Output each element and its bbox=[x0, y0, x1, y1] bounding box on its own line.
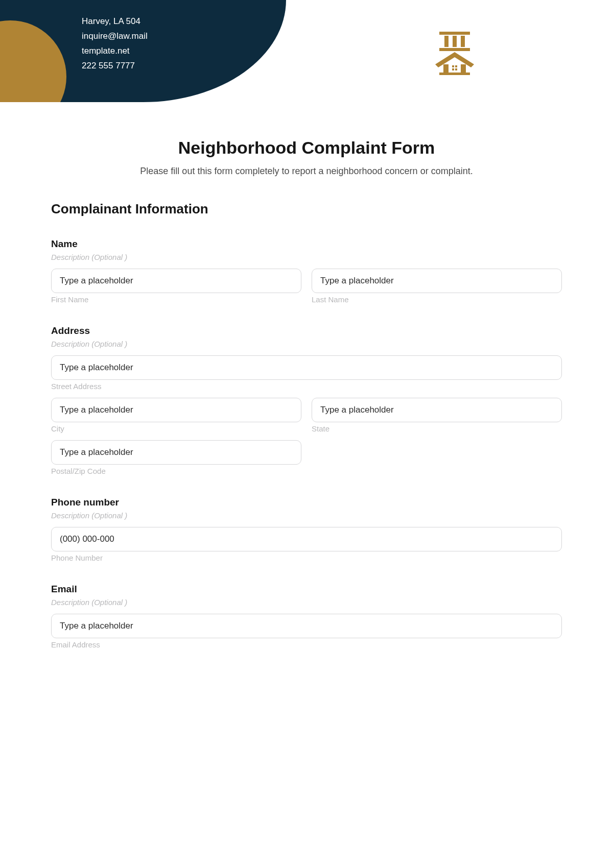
last-name-sublabel: Last Name bbox=[312, 295, 562, 304]
address-description: Description (Optional ) bbox=[51, 340, 562, 348]
svg-rect-11 bbox=[455, 68, 457, 70]
header: Harvey, LA 504 inquire@law.mail template… bbox=[0, 0, 613, 102]
name-description: Description (Optional ) bbox=[51, 253, 562, 261]
phone-sublabel: Phone Number bbox=[51, 553, 562, 562]
form-content: Neighborhood Complaint Form Please fill … bbox=[0, 102, 613, 649]
zip-sublabel: Postal/Zip Code bbox=[51, 467, 301, 475]
phone-label: Phone number bbox=[51, 497, 562, 508]
street-sublabel: Street Address bbox=[51, 382, 562, 391]
name-label: Name bbox=[51, 238, 562, 250]
zip-input[interactable] bbox=[51, 440, 301, 465]
contact-line-phone: 222 555 7777 bbox=[82, 59, 148, 74]
address-group: Address Description (Optional ) Street A… bbox=[51, 325, 562, 475]
email-sublabel: Email Address bbox=[51, 640, 562, 649]
address-label: Address bbox=[51, 325, 562, 336]
contact-line-address: Harvey, LA 504 bbox=[82, 14, 148, 29]
email-label: Email bbox=[51, 584, 562, 595]
email-group: Email Description (Optional ) Email Addr… bbox=[51, 584, 562, 649]
first-name-input[interactable] bbox=[51, 269, 301, 293]
last-name-input[interactable] bbox=[312, 269, 562, 293]
svg-rect-6 bbox=[443, 64, 449, 73]
city-sublabel: City bbox=[51, 424, 301, 433]
phone-input[interactable] bbox=[51, 527, 562, 551]
email-input[interactable] bbox=[51, 614, 562, 638]
state-input[interactable] bbox=[312, 398, 562, 422]
svg-rect-0 bbox=[439, 32, 470, 35]
svg-rect-9 bbox=[455, 65, 457, 67]
svg-rect-8 bbox=[452, 65, 454, 67]
svg-rect-1 bbox=[444, 36, 449, 47]
name-group: Name Description (Optional ) First Name … bbox=[51, 238, 562, 304]
section-heading: Complainant Information bbox=[51, 201, 562, 217]
city-input[interactable] bbox=[51, 398, 301, 422]
svg-rect-12 bbox=[439, 73, 470, 75]
svg-rect-3 bbox=[461, 36, 465, 47]
svg-rect-10 bbox=[452, 68, 454, 70]
street-input[interactable] bbox=[51, 355, 562, 380]
contact-line-email: inquire@law.mail bbox=[82, 29, 148, 44]
email-description: Description (Optional ) bbox=[51, 598, 562, 607]
form-subtitle: Please fill out this form completely to … bbox=[51, 166, 562, 177]
law-building-icon bbox=[429, 30, 480, 76]
first-name-sublabel: First Name bbox=[51, 295, 301, 304]
header-contact: Harvey, LA 504 inquire@law.mail template… bbox=[82, 14, 148, 74]
svg-marker-5 bbox=[435, 52, 474, 67]
svg-rect-4 bbox=[439, 48, 470, 51]
contact-line-web: template.net bbox=[82, 44, 148, 59]
phone-description: Description (Optional ) bbox=[51, 511, 562, 520]
svg-rect-7 bbox=[461, 64, 466, 73]
phone-group: Phone number Description (Optional ) Pho… bbox=[51, 497, 562, 562]
form-title: Neighborhood Complaint Form bbox=[51, 138, 562, 158]
state-sublabel: State bbox=[312, 424, 562, 433]
svg-rect-2 bbox=[453, 36, 457, 47]
